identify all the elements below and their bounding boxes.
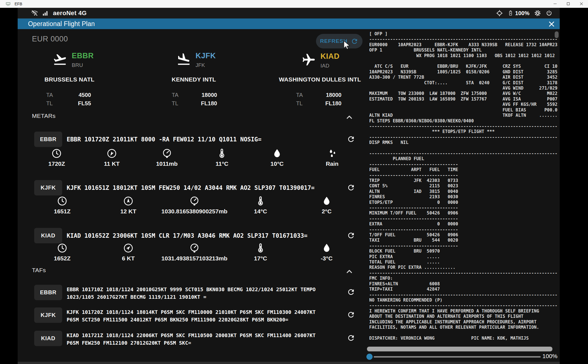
network-label: aeroNet 4G — [53, 10, 87, 17]
plane-icon — [301, 53, 316, 66]
taf-text-line: 1023/1105 26017G27KT BECMG 1119/1121 190… — [67, 293, 316, 301]
departure-iata: BRU — [72, 62, 94, 68]
ta-value: 18000 — [183, 92, 217, 98]
weather-value: 12 KT — [120, 208, 136, 215]
weather-cell: 11°C — [194, 148, 250, 167]
metar-text: KJFK 101651Z 18012KT 10SM FEW250 14/02 A… — [67, 180, 315, 195]
window-close-button[interactable] — [575, 0, 588, 8]
taf-text-line: P6SM FEW250 FM112100 27012G20KT P6SM SKC… — [67, 339, 316, 347]
horizontal-scrollbar[interactable] — [367, 347, 552, 351]
plane-landing-icon — [176, 52, 191, 66]
zoom-slider-track[interactable] — [374, 356, 541, 358]
tafs-section-label: TAFs — [32, 267, 46, 274]
weather-cell: Rain — [305, 148, 360, 167]
metar-weather-row: 1652Z 6 KT 1031.4938157103213mb 17°C -3°… — [29, 242, 360, 262]
alternate-name: WASHINGTON DULLES INTL — [264, 76, 376, 83]
metar-weather-row: 1651Z 12 KT 1030.8165380900257mb 14°C 2°… — [29, 195, 360, 215]
weather-value: 1652Z — [54, 255, 71, 262]
weather-value: 17°C — [254, 255, 267, 262]
window-title: EFB — [15, 2, 22, 6]
dewpoint-drop-icon — [271, 148, 283, 159]
pressure-gauge-icon — [161, 148, 173, 159]
chevron-up-icon[interactable] — [345, 267, 354, 274]
weather-value: Rain — [326, 160, 339, 167]
plane-takeoff-icon — [53, 52, 67, 66]
weather-value: 1720Z — [48, 160, 65, 167]
ofp-document: [ OFP ] --------------------------------… — [369, 31, 557, 341]
arrival-name: KENNEDY INTL — [138, 76, 250, 83]
zoom-level-label: 100% — [532, 353, 557, 360]
clock-icon — [57, 195, 68, 207]
metar-refresh-icon[interactable] — [347, 135, 355, 143]
weather-cell: 1652Z — [29, 242, 95, 262]
taf-text: KIAD 101721Z 1018/1124 22006KT P6SM SKC … — [67, 332, 316, 347]
settings-gear-icon[interactable] — [534, 10, 541, 17]
weather-cell: -3°C — [294, 242, 360, 262]
taf-text-line: EBBR 101710Z 1018/1124 20010G25KT 9999 S… — [67, 286, 316, 293]
taf-text: EBBR 101710Z 1018/1124 20010G25KT 9999 S… — [67, 286, 316, 301]
taf-text-line: KIAD 101721Z 1018/1124 22006KT P6SM SKC … — [67, 332, 316, 339]
clock-icon — [51, 148, 62, 159]
airport-departure: EBBR BRU — [53, 52, 94, 68]
weather-cell: 1031.4938157103213mb — [161, 242, 227, 262]
taf-text-line: KJFK 101720Z 1018/1124 18014KT P6SM SKC … — [67, 308, 316, 316]
mouse-cursor — [342, 40, 352, 51]
thermometer-icon — [216, 148, 227, 159]
metar-station-chip[interactable]: KJFK — [34, 180, 62, 195]
taf-refresh-icon[interactable] — [347, 288, 355, 296]
power-icon[interactable] — [546, 10, 552, 17]
status-bar-left: aeroNet 4G — [31, 8, 87, 18]
tl-value: FL180 — [183, 100, 217, 107]
vertical-scrollbar-thumb[interactable] — [555, 31, 559, 38]
weather-cell: 11 KT — [84, 148, 140, 167]
weather-cell: 1651Z — [29, 195, 95, 215]
ta-label: TA — [46, 92, 53, 98]
maximize-button[interactable] — [562, 0, 575, 8]
minimize-button[interactable] — [549, 0, 562, 8]
metar-refresh-icon[interactable] — [347, 183, 355, 192]
tl-value: FL55 — [57, 100, 91, 107]
page-title: Operational Flight Plan — [28, 18, 95, 29]
flight-callsign: EUR 0000 — [32, 35, 68, 43]
metar-station-chip[interactable]: KIAD — [34, 228, 62, 243]
taf-refresh-icon[interactable] — [347, 334, 355, 342]
taf-refresh-icon[interactable] — [347, 311, 355, 319]
metar-text: KIAD 101652Z 23006KT 10SM CLR 17/M03 A30… — [67, 228, 308, 243]
ta-label: TA — [172, 92, 178, 98]
weather-cell: 1720Z — [29, 148, 84, 167]
weather-value: 6 KT — [122, 255, 135, 262]
zoom-slider-thumb[interactable] — [366, 354, 373, 360]
status-bar: aeroNet 4G 100% — [18, 8, 560, 18]
status-bar-right: 100% — [496, 8, 552, 18]
ta-value: 4500 — [57, 92, 91, 98]
signal-bars-icon — [42, 10, 49, 17]
taf-station-chip[interactable]: KJFK — [34, 307, 62, 323]
departure-name: BRUSSELS NATL — [13, 76, 125, 83]
battery-percent: 100% — [515, 10, 529, 17]
rain-icon — [327, 148, 338, 159]
taf-station-chip[interactable]: KIAD — [34, 331, 62, 346]
weather-cell: 6 KT — [95, 242, 161, 262]
alternate-iata: IAD — [320, 63, 340, 69]
wind-direction-icon — [106, 148, 117, 159]
weather-value: 1030.8165380900257mb — [161, 208, 227, 215]
window-titlebar: EFB — [0, 0, 588, 8]
metar-station-chip[interactable]: EBBR — [34, 132, 62, 147]
wifi-off-icon — [31, 10, 38, 17]
metar-refresh-icon[interactable] — [347, 231, 355, 240]
refresh-button[interactable]: REFRESH — [316, 34, 362, 48]
refresh-icon — [351, 38, 358, 45]
chevron-up-icon[interactable] — [345, 113, 354, 120]
weather-cell: 17°C — [227, 242, 294, 262]
battery-icon — [508, 10, 513, 17]
gps-icon — [496, 10, 503, 17]
taf-station-chip[interactable]: EBBR — [34, 285, 62, 300]
ta-value: 18000 — [308, 92, 341, 98]
arrival-iata: JFK — [196, 62, 216, 68]
ta-label: TA — [296, 92, 303, 98]
tl-label: TL — [172, 100, 178, 107]
thermometer-icon — [255, 195, 266, 207]
airport-alternate: KIAD IAD — [301, 52, 340, 69]
taf-text: KJFK 101720Z 1018/1124 18014KT P6SM SKC … — [67, 308, 316, 323]
close-icon[interactable] — [548, 20, 555, 28]
